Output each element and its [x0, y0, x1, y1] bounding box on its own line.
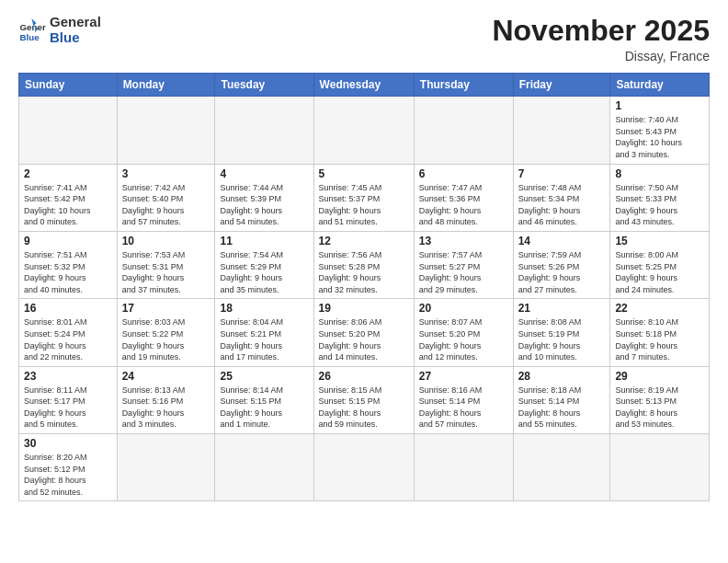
day-number: 25	[220, 370, 308, 383]
calendar-week-row-4: 23Sunrise: 8:11 AM Sunset: 5:17 PM Dayli…	[19, 366, 710, 433]
day-info: Sunrise: 8:18 AM Sunset: 5:14 PM Dayligh…	[518, 385, 606, 431]
calendar-week-row-1: 2Sunrise: 7:41 AM Sunset: 5:42 PM Daylig…	[19, 164, 710, 231]
calendar-header-row: Sunday Monday Tuesday Wednesday Thursday…	[19, 74, 710, 97]
calendar-cell	[117, 97, 215, 164]
calendar-cell	[19, 97, 118, 164]
calendar-cell: 7Sunrise: 7:48 AM Sunset: 5:34 PM Daylig…	[513, 164, 610, 231]
header-friday: Friday	[513, 74, 610, 97]
day-number: 22	[615, 302, 704, 315]
day-info: Sunrise: 8:10 AM Sunset: 5:18 PM Dayligh…	[615, 316, 704, 362]
day-info: Sunrise: 8:04 AM Sunset: 5:21 PM Dayligh…	[220, 316, 308, 362]
calendar-cell: 4Sunrise: 7:44 AM Sunset: 5:39 PM Daylig…	[215, 164, 313, 231]
calendar-cell: 12Sunrise: 7:56 AM Sunset: 5:28 PM Dayli…	[313, 231, 414, 298]
day-number: 19	[319, 302, 409, 315]
calendar-cell: 24Sunrise: 8:13 AM Sunset: 5:16 PM Dayli…	[117, 366, 215, 433]
day-number: 18	[220, 302, 308, 315]
day-number: 11	[220, 235, 308, 247]
header-sunday: Sunday	[19, 74, 118, 97]
day-info: Sunrise: 8:07 AM Sunset: 5:20 PM Dayligh…	[419, 316, 508, 362]
calendar-cell: 19Sunrise: 8:06 AM Sunset: 5:20 PM Dayli…	[313, 299, 414, 366]
calendar-cell	[313, 97, 414, 164]
calendar-week-row-3: 16Sunrise: 8:01 AM Sunset: 5:24 PM Dayli…	[19, 299, 710, 366]
month-title: November 2025	[492, 15, 710, 47]
calendar-cell: 8Sunrise: 7:50 AM Sunset: 5:33 PM Daylig…	[610, 164, 710, 231]
calendar-cell	[414, 434, 513, 501]
calendar-cell: 28Sunrise: 8:18 AM Sunset: 5:14 PM Dayli…	[513, 366, 610, 433]
page: General Blue General Blue November 2025 …	[0, 0, 728, 563]
calendar-cell: 20Sunrise: 8:07 AM Sunset: 5:20 PM Dayli…	[414, 299, 513, 366]
calendar-cell: 13Sunrise: 7:57 AM Sunset: 5:27 PM Dayli…	[414, 231, 513, 298]
day-info: Sunrise: 7:44 AM Sunset: 5:39 PM Dayligh…	[220, 182, 308, 228]
day-number: 9	[24, 235, 112, 247]
location: Dissay, France	[492, 49, 710, 63]
calendar-cell	[610, 434, 710, 501]
day-info: Sunrise: 7:45 AM Sunset: 5:37 PM Dayligh…	[319, 182, 409, 228]
calendar-cell	[313, 434, 414, 501]
header-wednesday: Wednesday	[313, 74, 414, 97]
calendar-cell	[513, 97, 610, 164]
calendar-cell: 21Sunrise: 8:08 AM Sunset: 5:19 PM Dayli…	[513, 299, 610, 366]
calendar-cell: 9Sunrise: 7:51 AM Sunset: 5:32 PM Daylig…	[19, 231, 118, 298]
day-info: Sunrise: 8:06 AM Sunset: 5:20 PM Dayligh…	[319, 316, 409, 362]
day-number: 28	[518, 370, 606, 383]
day-info: Sunrise: 7:41 AM Sunset: 5:42 PM Dayligh…	[24, 182, 112, 228]
day-number: 30	[24, 437, 112, 450]
day-number: 6	[419, 167, 508, 180]
calendar-week-row-5: 30Sunrise: 8:20 AM Sunset: 5:12 PM Dayli…	[19, 434, 710, 501]
logo-general-text: General	[50, 15, 101, 30]
day-info: Sunrise: 8:19 AM Sunset: 5:13 PM Dayligh…	[615, 385, 704, 431]
day-info: Sunrise: 7:56 AM Sunset: 5:28 PM Dayligh…	[319, 249, 409, 295]
day-info: Sunrise: 8:01 AM Sunset: 5:24 PM Dayligh…	[24, 316, 112, 362]
calendar-table: Sunday Monday Tuesday Wednesday Thursday…	[18, 73, 710, 501]
day-info: Sunrise: 7:51 AM Sunset: 5:32 PM Dayligh…	[24, 249, 112, 295]
svg-text:Blue: Blue	[20, 31, 40, 41]
day-number: 16	[24, 302, 112, 315]
day-info: Sunrise: 7:42 AM Sunset: 5:40 PM Dayligh…	[122, 182, 210, 228]
calendar-cell: 6Sunrise: 7:47 AM Sunset: 5:36 PM Daylig…	[414, 164, 513, 231]
calendar-cell: 29Sunrise: 8:19 AM Sunset: 5:13 PM Dayli…	[610, 366, 710, 433]
day-info: Sunrise: 7:59 AM Sunset: 5:26 PM Dayligh…	[518, 249, 606, 295]
calendar-week-row-0: 1Sunrise: 7:40 AM Sunset: 5:43 PM Daylig…	[19, 97, 710, 164]
calendar-cell: 18Sunrise: 8:04 AM Sunset: 5:21 PM Dayli…	[215, 299, 313, 366]
day-number: 26	[319, 370, 409, 383]
header-saturday: Saturday	[610, 74, 710, 97]
day-info: Sunrise: 7:57 AM Sunset: 5:27 PM Dayligh…	[419, 249, 508, 295]
day-info: Sunrise: 8:16 AM Sunset: 5:14 PM Dayligh…	[419, 385, 508, 431]
calendar-cell: 10Sunrise: 7:53 AM Sunset: 5:31 PM Dayli…	[117, 231, 215, 298]
day-info: Sunrise: 7:54 AM Sunset: 5:29 PM Dayligh…	[220, 249, 308, 295]
day-info: Sunrise: 8:15 AM Sunset: 5:15 PM Dayligh…	[319, 385, 409, 431]
day-number: 24	[122, 370, 210, 383]
day-number: 17	[122, 302, 210, 315]
day-number: 2	[24, 167, 112, 180]
day-number: 13	[419, 235, 508, 247]
calendar-cell: 27Sunrise: 8:16 AM Sunset: 5:14 PM Dayli…	[414, 366, 513, 433]
calendar-cell: 3Sunrise: 7:42 AM Sunset: 5:40 PM Daylig…	[117, 164, 215, 231]
calendar-cell: 14Sunrise: 7:59 AM Sunset: 5:26 PM Dayli…	[513, 231, 610, 298]
calendar-cell: 15Sunrise: 8:00 AM Sunset: 5:25 PM Dayli…	[610, 231, 710, 298]
calendar-cell	[414, 97, 513, 164]
calendar-cell: 26Sunrise: 8:15 AM Sunset: 5:15 PM Dayli…	[313, 366, 414, 433]
day-info: Sunrise: 7:47 AM Sunset: 5:36 PM Dayligh…	[419, 182, 508, 228]
day-number: 15	[615, 235, 704, 247]
day-number: 3	[122, 167, 210, 180]
generalblue-logo-icon: General Blue	[18, 17, 46, 44]
calendar-cell: 23Sunrise: 8:11 AM Sunset: 5:17 PM Dayli…	[19, 366, 118, 433]
day-info: Sunrise: 8:14 AM Sunset: 5:15 PM Dayligh…	[220, 385, 308, 431]
day-number: 8	[615, 167, 704, 180]
header-tuesday: Tuesday	[215, 74, 313, 97]
calendar-cell: 16Sunrise: 8:01 AM Sunset: 5:24 PM Dayli…	[19, 299, 118, 366]
calendar-week-row-2: 9Sunrise: 7:51 AM Sunset: 5:32 PM Daylig…	[19, 231, 710, 298]
day-number: 21	[518, 302, 606, 315]
title-area: November 2025 Dissay, France	[492, 15, 710, 63]
calendar-cell	[513, 434, 610, 501]
day-info: Sunrise: 8:11 AM Sunset: 5:17 PM Dayligh…	[24, 385, 112, 431]
day-info: Sunrise: 8:08 AM Sunset: 5:19 PM Dayligh…	[518, 316, 606, 362]
day-info: Sunrise: 8:20 AM Sunset: 5:12 PM Dayligh…	[24, 452, 112, 498]
day-info: Sunrise: 7:48 AM Sunset: 5:34 PM Dayligh…	[518, 182, 606, 228]
day-number: 27	[419, 370, 508, 383]
calendar-cell: 22Sunrise: 8:10 AM Sunset: 5:18 PM Dayli…	[610, 299, 710, 366]
day-number: 23	[24, 370, 112, 383]
day-number: 4	[220, 167, 308, 180]
calendar-cell	[117, 434, 215, 501]
day-info: Sunrise: 8:00 AM Sunset: 5:25 PM Dayligh…	[615, 249, 704, 295]
